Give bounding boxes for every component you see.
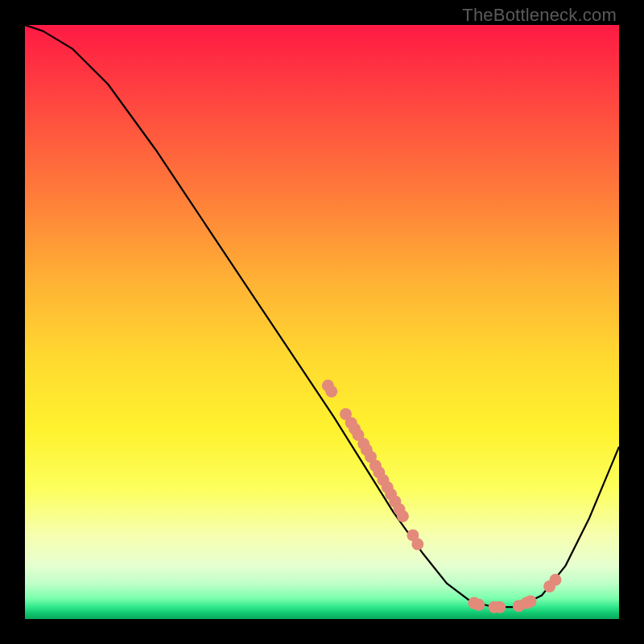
data-point (493, 601, 506, 613)
data-point (397, 510, 409, 522)
chart-container: TheBottleneck.com (0, 0, 644, 644)
data-point (473, 599, 485, 611)
data-point (550, 574, 562, 586)
bottleneck-curve (25, 25, 619, 607)
chart-svg (25, 25, 619, 619)
data-point (411, 539, 423, 551)
data-point (325, 386, 337, 398)
data-point (525, 595, 537, 607)
plot-area (25, 25, 619, 619)
watermark-text: TheBottleneck.com (462, 5, 617, 26)
